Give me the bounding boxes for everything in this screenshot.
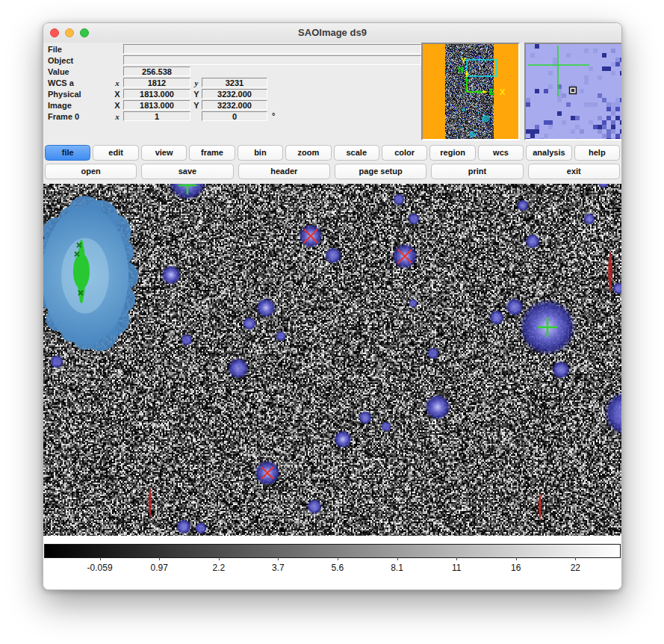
menu-file[interactable]: file bbox=[45, 145, 90, 161]
physical-y-key: Y bbox=[193, 90, 200, 99]
menu-edit[interactable]: edit bbox=[93, 145, 138, 161]
menu-scale[interactable]: scale bbox=[334, 145, 379, 161]
main-image-canvas[interactable] bbox=[43, 184, 622, 536]
title-bar[interactable]: SAOImage ds9 bbox=[43, 23, 621, 43]
frame-x-key: x bbox=[114, 112, 121, 121]
menu-color[interactable]: color bbox=[382, 145, 427, 161]
object-field[interactable] bbox=[123, 55, 421, 65]
image-y-key: Y bbox=[193, 101, 200, 110]
magnifier-canvas[interactable] bbox=[526, 44, 621, 139]
app-window: SAOImage ds9 File Object Value 256.538 W… bbox=[43, 22, 622, 590]
physical-x-key: X bbox=[114, 90, 121, 99]
physical-x-field[interactable]: 1813.000 bbox=[123, 89, 190, 99]
save-button[interactable]: save bbox=[141, 164, 233, 179]
colorbar-tick-label: 8.1 bbox=[391, 563, 403, 573]
menu-bin[interactable]: bin bbox=[238, 145, 283, 161]
physical-label: Physical bbox=[48, 90, 81, 99]
image-display-area bbox=[43, 184, 622, 536]
image-label: Image bbox=[48, 101, 72, 110]
image-y-field[interactable]: 3232.000 bbox=[202, 100, 267, 110]
exit-button[interactable]: exit bbox=[528, 164, 620, 179]
degree-symbol: ° bbox=[272, 111, 275, 120]
value-field[interactable]: 256.538 bbox=[123, 66, 190, 76]
object-label: Object bbox=[48, 56, 73, 65]
menu-bar: file edit view frame bin zoom scale colo… bbox=[45, 145, 620, 161]
wcs-y-field[interactable]: 3231 bbox=[202, 78, 267, 87]
value-label: Value bbox=[48, 67, 69, 76]
frame-zoom-field[interactable]: 1 bbox=[123, 111, 190, 121]
colorbar-tick-label: 3.7 bbox=[272, 563, 285, 573]
image-x-key: X bbox=[114, 101, 121, 110]
magnifier-panel[interactable] bbox=[524, 43, 622, 140]
physical-y-field[interactable]: 3232.000 bbox=[202, 89, 267, 99]
colorbar-tick-label: -0.059 bbox=[87, 563, 113, 573]
colorbar-tick-label: 5.6 bbox=[332, 563, 344, 573]
menu-analysis[interactable]: analysis bbox=[526, 145, 571, 161]
menu-zoom[interactable]: zoom bbox=[285, 145, 331, 161]
file-label: File bbox=[48, 45, 62, 54]
panner-canvas[interactable] bbox=[423, 44, 518, 139]
frame-rotation-field[interactable]: 0 bbox=[202, 111, 267, 121]
wcs-x-key: x bbox=[114, 78, 121, 87]
colorbar-tick-label: 22 bbox=[571, 563, 580, 573]
print-button[interactable]: print bbox=[431, 164, 523, 179]
file-actions-bar: open save header page setup print exit bbox=[45, 164, 620, 179]
window-title: SAOImage ds9 bbox=[43, 23, 621, 43]
wcs-x-field[interactable]: 1812 bbox=[123, 78, 190, 87]
menu-view[interactable]: view bbox=[141, 145, 187, 161]
menu-region[interactable]: region bbox=[429, 145, 475, 161]
panner-panel[interactable] bbox=[421, 43, 520, 140]
colorbar-tick-label: 16 bbox=[511, 563, 521, 573]
colorbar-tick-label: 0.97 bbox=[150, 563, 167, 573]
frame-label: Frame 0 bbox=[48, 112, 79, 121]
info-panel: File Object Value 256.538 WCS a x 1812 y… bbox=[43, 43, 621, 143]
page-setup-button[interactable]: page setup bbox=[335, 164, 426, 179]
colorbar-labels: -0.059 0.97 2.2 3.7 5.6 8.1 11 16 22 bbox=[44, 563, 621, 575]
menu-frame[interactable]: frame bbox=[189, 145, 235, 161]
header-button[interactable]: header bbox=[238, 164, 330, 179]
colorbar-tick-label: 2.2 bbox=[212, 563, 225, 573]
colorbar-area: -0.059 0.97 2.2 3.7 5.6 8.1 11 16 22 bbox=[43, 536, 621, 589]
menu-wcs[interactable]: wcs bbox=[478, 145, 524, 161]
colorbar-gradient[interactable] bbox=[44, 544, 621, 558]
wcs-label: WCS a bbox=[48, 78, 74, 87]
file-field[interactable] bbox=[123, 44, 421, 54]
image-x-field[interactable]: 1813.000 bbox=[123, 100, 190, 110]
menu-help[interactable]: help bbox=[574, 145, 620, 161]
colorbar-tick-label: 11 bbox=[452, 563, 461, 573]
wcs-y-key: y bbox=[193, 78, 200, 87]
open-button[interactable]: open bbox=[45, 164, 137, 179]
colorbar-tickmarks bbox=[44, 557, 621, 561]
